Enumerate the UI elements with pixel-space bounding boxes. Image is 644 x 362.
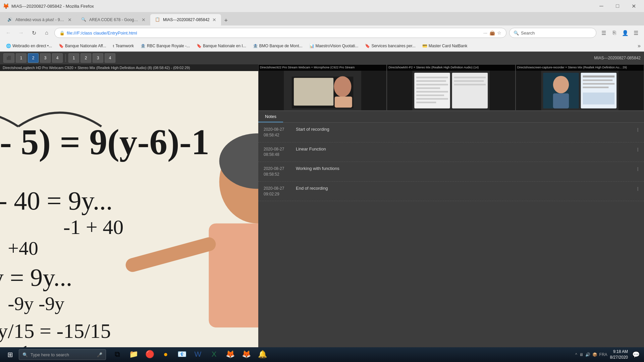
thumb-3-image bbox=[516, 71, 644, 110]
bookmark-rbc-icon: 🏦 bbox=[141, 44, 146, 48]
home-button[interactable]: ⌂ bbox=[42, 28, 52, 38]
taskbar-outlook-button[interactable]: 📧 bbox=[174, 347, 189, 362]
svg-rect-40 bbox=[583, 83, 614, 84]
bookmark-rbc[interactable]: 🏦 RBC Banque Royale -... bbox=[138, 42, 193, 50]
tab-3-label: MIAS---20200827-085842 bbox=[163, 17, 210, 22]
bookmark-services[interactable]: 🔖 Services bancaires per... bbox=[362, 42, 418, 50]
taskbar-firefox-notification[interactable]: 🔔 bbox=[255, 347, 270, 362]
bookmark-teamwork[interactable]: t Teamwork bbox=[110, 42, 137, 50]
taskbar-search[interactable]: 🔍 Type here to search 🎤 bbox=[19, 349, 106, 360]
taskbar-explorer-button[interactable]: 📁 bbox=[126, 347, 141, 362]
taskbar-firefox-button[interactable]: 🦊 bbox=[223, 347, 237, 362]
close-button[interactable]: ✕ bbox=[626, 0, 641, 12]
back-button[interactable]: ← bbox=[3, 28, 13, 38]
toolbar-2b-btn[interactable]: 2 bbox=[80, 53, 91, 63]
tab-2-close[interactable]: ✕ bbox=[142, 17, 146, 22]
toolbar-monitor-btn[interactable]: ⬛ bbox=[3, 53, 14, 63]
svg-rect-39 bbox=[583, 79, 612, 81]
note-4-text: End of recording bbox=[296, 186, 632, 191]
tray-dropbox-icon[interactable]: 📦 bbox=[592, 352, 597, 357]
video-area[interactable]: 8(3y - 5) = 9(y-6)-1 24y - 40 = 9y... -1… bbox=[0, 71, 258, 362]
bookmark-maestrovision-label: MaestroVision Quotati... bbox=[316, 44, 359, 48]
microphone-icon[interactable]: 🎤 bbox=[97, 352, 102, 357]
tray-language[interactable]: FRA bbox=[599, 352, 607, 357]
refresh-button[interactable]: ↻ bbox=[29, 28, 39, 38]
tab-1-label: Attendez-vous à plus! - 98%... bbox=[15, 17, 65, 22]
profile-button[interactable]: 👤 bbox=[621, 28, 630, 38]
right-panel: Directshowc922 Pro Stream Webcam + Micro… bbox=[258, 64, 644, 362]
taskbar-right: ^ 🖥 🔊 📦 FRA 9:18 AM 8/27/2020 💬 bbox=[575, 349, 641, 360]
note-1-menu-icon[interactable]: ⁞ bbox=[637, 127, 639, 133]
note-1-time: 2020-08-27 08:58:42 bbox=[264, 127, 290, 138]
thumbnails-row: Directshowc922 Pro Stream Webcam + Micro… bbox=[258, 64, 644, 111]
toolbar-4a-btn[interactable]: 4 bbox=[52, 53, 63, 63]
tab-3-close[interactable]: ✕ bbox=[212, 17, 216, 22]
menu-button[interactable]: ☰ bbox=[631, 28, 641, 38]
new-tab-button[interactable]: + bbox=[221, 15, 231, 25]
bookmark-webradio-label: Webradio en direct •... bbox=[12, 44, 52, 48]
thumbnail-3[interactable]: Directshowscreen-capture-recorder + Ster… bbox=[516, 64, 644, 111]
maximize-button[interactable]: □ bbox=[610, 0, 625, 12]
tray-volume-icon[interactable]: 🔊 bbox=[585, 352, 590, 357]
thumbnail-1[interactable]: Directshowc922 Pro Stream Webcam + Micro… bbox=[258, 64, 387, 111]
tray-network-icon[interactable]: 🖥 bbox=[579, 352, 583, 357]
svg-text:-1 + 40: -1 + 40 bbox=[63, 216, 124, 238]
sys-tray: ^ 🖥 🔊 📦 FRA bbox=[575, 352, 607, 357]
notes-tab[interactable]: Notes bbox=[258, 111, 283, 122]
taskbar-orange-app[interactable]: ● bbox=[158, 347, 173, 362]
notification-center-button[interactable]: 💬 bbox=[631, 349, 641, 360]
bookmark-bmo-icon: 🏦 bbox=[253, 44, 258, 48]
toolbar-3a-btn[interactable]: 3 bbox=[40, 53, 51, 63]
forward-button[interactable]: → bbox=[16, 28, 26, 38]
toolbar-3b-btn[interactable]: 3 bbox=[93, 53, 103, 63]
tab-3[interactable]: 📋 MIAS---20200827-085842 ✕ bbox=[150, 14, 221, 25]
bookmark-bmo-label: BMO Banque de Mont... bbox=[259, 44, 303, 48]
reading-list-button[interactable]: ☰ bbox=[599, 28, 608, 38]
taskbar-word-button[interactable]: W bbox=[191, 347, 205, 362]
url-bar[interactable]: 🔒 file:///F:/class claude/EntryPoint.htm… bbox=[54, 28, 506, 38]
bookmark-banque-nationale-2[interactable]: 🔖 Banque Nationale en I... bbox=[194, 42, 249, 50]
taskbar-multitasking-button[interactable]: ⧉ bbox=[110, 347, 125, 362]
minimize-button[interactable]: ─ bbox=[594, 0, 609, 12]
lock-icon: 🔒 bbox=[59, 31, 65, 36]
search-bar[interactable]: 🔍 Search bbox=[509, 28, 596, 38]
synced-tabs-button[interactable]: ⎘ bbox=[610, 28, 619, 38]
note-4-date: 2020-08-27 bbox=[264, 186, 290, 191]
toolbar-4b-btn[interactable]: 4 bbox=[105, 53, 115, 63]
bookmark-maestrovision[interactable]: 📊 MaestroVision Quotati... bbox=[307, 42, 361, 50]
taskbar-app-red[interactable]: 🔴 bbox=[142, 347, 157, 362]
svg-rect-32 bbox=[454, 84, 486, 85]
bookmark-star-icon: ☆ bbox=[497, 30, 501, 36]
tray-chevron-icon[interactable]: ^ bbox=[575, 352, 577, 357]
svg-point-35 bbox=[553, 76, 569, 93]
tab-1-close[interactable]: ✕ bbox=[68, 17, 72, 22]
note-2-menu-icon[interactable]: ⁞ bbox=[637, 146, 639, 153]
taskbar-excel-button[interactable]: X bbox=[207, 347, 221, 362]
toolbar-1a-btn[interactable]: 1 bbox=[16, 53, 26, 63]
svg-rect-28 bbox=[416, 102, 436, 103]
bookmark-banque-nationale[interactable]: 🔖 Banque Nationale Aff... bbox=[56, 42, 109, 50]
taskbar-search-icon: 🔍 bbox=[22, 352, 28, 357]
taskbar-firefox-2-button[interactable]: 🦊 bbox=[239, 347, 254, 362]
svg-rect-25 bbox=[416, 91, 448, 93]
taskbar-apps: ⧉ 📁 🔴 ● 📧 W X 🦊 🦊 🔔 bbox=[110, 347, 270, 362]
toolbar-1b-btn[interactable]: 1 bbox=[68, 53, 79, 63]
bookmarks-more-button[interactable]: » bbox=[638, 43, 641, 49]
svg-text:+40: +40 bbox=[8, 237, 38, 259]
note-4-menu-icon[interactable]: ⁞ bbox=[637, 186, 639, 192]
bookmark-mastercard[interactable]: 💳 Master Card NatBank bbox=[420, 42, 470, 50]
notes-header: Notes bbox=[258, 111, 644, 123]
tab-2[interactable]: 🔍 AREA CODE 678 - Google Sear ✕ bbox=[76, 14, 150, 25]
system-clock[interactable]: 9:18 AM 8/27/2020 bbox=[610, 349, 628, 360]
bookmark-bmo[interactable]: 🏦 BMO Banque de Mont... bbox=[250, 42, 305, 50]
note-3-menu-icon[interactable]: ⁞ bbox=[637, 166, 639, 172]
thumb-2-title: DirectshowMX-P2 + Stereo Mix (Realtek Hi… bbox=[387, 65, 515, 71]
svg-text:24y - 40 = 9y...: 24y - 40 = 9y... bbox=[0, 186, 113, 215]
toolbar-2a-btn[interactable]: 2 bbox=[28, 53, 39, 63]
thumbnail-2[interactable]: DirectshowMX-P2 + Stereo Mix (Realtek Hi… bbox=[387, 64, 515, 111]
bookmark-webradio[interactable]: 🌐 Webradio en direct •... bbox=[3, 42, 55, 50]
tab-2-favicon: 🔍 bbox=[81, 17, 87, 22]
start-button[interactable]: ⊞ bbox=[3, 347, 17, 362]
app-toolbar: ⬛ 1 2 3 4 1 2 3 4 MIAS---20200827-085842 bbox=[0, 52, 644, 64]
tab-1[interactable]: 🔊 Attendez-vous à plus! - 98%... ✕ bbox=[3, 14, 76, 25]
